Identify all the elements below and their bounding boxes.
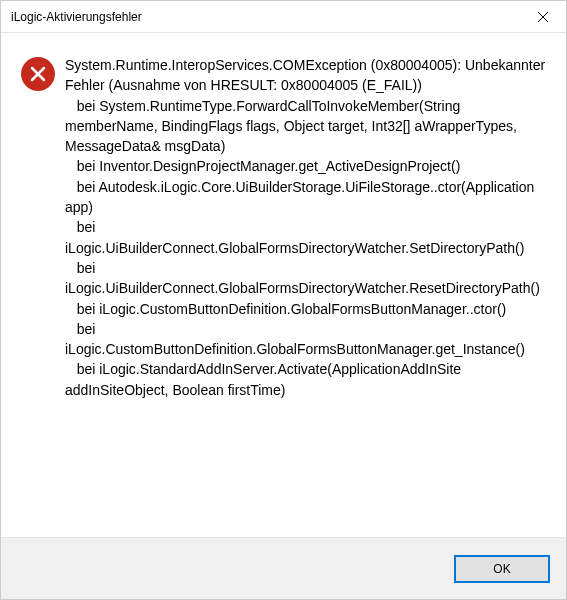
error-icon xyxy=(21,57,55,91)
dialog-content: System.Runtime.InteropServices.COMExcept… xyxy=(1,33,566,537)
icon-column xyxy=(21,55,65,527)
close-icon xyxy=(538,12,548,22)
window-title: iLogic-Aktivierungsfehler xyxy=(11,10,142,24)
ok-button[interactable]: OK xyxy=(454,555,550,583)
button-row: OK xyxy=(1,537,566,599)
titlebar: iLogic-Aktivierungsfehler xyxy=(1,1,566,33)
close-button[interactable] xyxy=(520,1,566,33)
error-message: System.Runtime.InteropServices.COMExcept… xyxy=(65,55,546,527)
